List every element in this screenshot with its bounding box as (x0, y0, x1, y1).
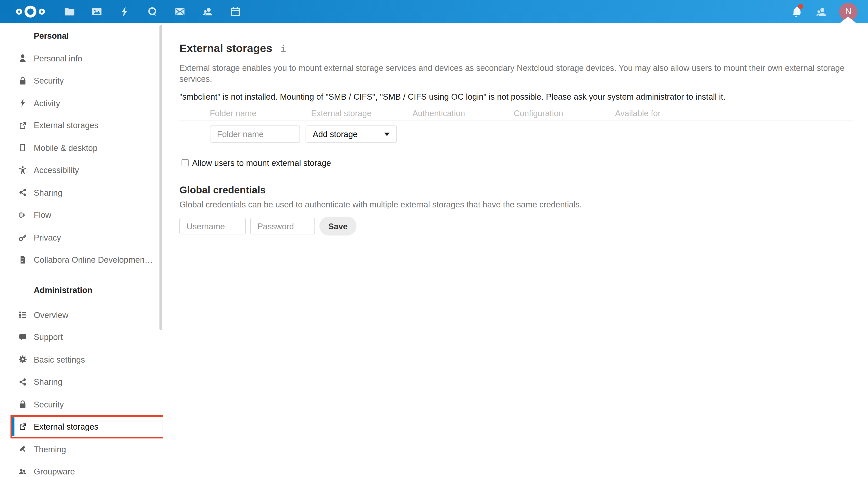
smbclient-warning-text: "smbclient" is not installed. Mounting o… (179, 91, 853, 102)
key-icon (19, 233, 27, 242)
column-external-storage: External storage (311, 108, 412, 117)
flow-icon (19, 210, 27, 219)
external-link-icon (19, 121, 27, 130)
intro-text: External storage enables you to mount ex… (179, 62, 853, 84)
folder-name-input[interactable] (210, 126, 300, 143)
lock-icon (19, 400, 27, 409)
share-icon (19, 188, 27, 197)
sidebar-item-mobile-desktop[interactable]: Mobile & desktop (0, 137, 163, 159)
contacts-menu-button[interactable] (814, 5, 828, 18)
user-icon (19, 54, 27, 63)
column-available-for: Available for (615, 108, 716, 117)
sidebar-item-security[interactable]: Security (0, 69, 163, 92)
sidebar-item-activity[interactable]: Activity (0, 92, 163, 114)
allow-user-mount-label: Allow users to mount external storage (192, 158, 331, 168)
settings-sidebar: Personal Personal info Security Activity… (0, 23, 163, 477)
top-bar: N (0, 0, 868, 23)
sidebar-item-overview[interactable]: Overview (0, 304, 163, 326)
column-folder-name: Folder name (210, 108, 311, 117)
sidebar-item-security-admin[interactable]: Security (0, 393, 163, 416)
avatar-letter: N (845, 7, 851, 16)
accessibility-icon (19, 166, 27, 175)
comment-icon (19, 333, 27, 342)
phone-icon (19, 143, 27, 152)
external-link-icon (19, 422, 27, 431)
sidebar-item-sharing[interactable]: Sharing (0, 181, 163, 204)
global-credentials-description: Global credentials can be used to authen… (179, 199, 853, 210)
talk-bubble-icon (147, 6, 158, 17)
sidebar-section-administration-header: Administration (0, 271, 163, 304)
page-title: External storages (179, 41, 272, 55)
add-storage-select-label: Add storage (313, 130, 358, 139)
password-field[interactable] (250, 218, 315, 234)
app-menu (55, 0, 249, 23)
sidebar-item-support[interactable]: Support (0, 326, 163, 348)
sidebar-item-accessibility[interactable]: Accessibility (0, 159, 163, 181)
save-button[interactable]: Save (319, 216, 356, 235)
storage-table-header: Folder name External storage Authenticat… (179, 109, 853, 121)
allow-user-mount-row: Allow users to mount external storage (179, 158, 853, 168)
app-mail[interactable] (166, 0, 194, 23)
notification-dot (798, 4, 803, 9)
files-folder-icon (64, 6, 75, 17)
app-root: N Personal Personal info Security Activi… (0, 0, 868, 477)
bolt-icon (19, 99, 27, 107)
sidebar-item-theming[interactable]: Theming (0, 438, 163, 460)
info-icon[interactable]: i (281, 43, 286, 54)
active-item-indicator (12, 417, 14, 436)
sidebar-item-privacy[interactable]: Privacy (0, 226, 163, 248)
add-storage-select[interactable]: Add storage (306, 126, 397, 143)
photos-icon (91, 6, 102, 17)
nextcloud-logo-icon (14, 4, 46, 19)
sidebar-item-personal-info[interactable]: Personal info (0, 47, 163, 69)
new-storage-row: Add storage (179, 121, 853, 143)
global-credentials-section: Global credentials Global credentials ca… (164, 184, 868, 235)
column-configuration: Configuration (514, 108, 615, 117)
people-icon (19, 467, 27, 476)
notifications-button[interactable] (789, 5, 803, 18)
lock-icon (19, 76, 27, 85)
app-activity[interactable] (111, 0, 138, 23)
allow-user-mount-checkbox[interactable] (182, 159, 189, 166)
contacts-people-icon (202, 6, 213, 17)
document-icon (19, 255, 27, 264)
sidebar-item-external-storages-admin[interactable]: External storages (0, 415, 163, 438)
contacts-menu-icon (815, 6, 827, 18)
global-credentials-title: Global credentials (179, 184, 853, 196)
main-content: External storages i External storage ena… (164, 23, 868, 477)
sidebar-section-personal-header: Personal (0, 23, 163, 47)
active-page-caret (840, 16, 856, 23)
sidebar-item-basic-settings[interactable]: Basic settings (0, 348, 163, 371)
sidebar-item-sharing-admin[interactable]: Sharing (0, 371, 163, 393)
calendar-icon (229, 6, 241, 17)
share-icon (19, 377, 27, 386)
app-photos[interactable] (83, 0, 111, 23)
app-contacts[interactable] (194, 0, 221, 23)
sidebar-item-groupware[interactable]: Groupware (0, 460, 163, 477)
app-talk[interactable] (138, 0, 166, 23)
section-divider (164, 180, 868, 180)
app-calendar[interactable] (221, 0, 249, 23)
nextcloud-logo[interactable] (14, 4, 46, 19)
chevron-down-icon (384, 133, 390, 136)
username-field[interactable] (179, 218, 246, 234)
gear-icon (19, 355, 27, 364)
sidebar-scrollbar[interactable] (159, 25, 162, 330)
column-authentication: Authentication (412, 108, 514, 117)
activity-bolt-icon (119, 6, 130, 17)
app-files[interactable] (55, 0, 83, 23)
mail-envelope-icon (174, 6, 185, 17)
paint-roller-icon (19, 445, 27, 453)
overview-list-icon (19, 310, 27, 319)
sidebar-item-flow[interactable]: Flow (0, 204, 163, 226)
sidebar-item-collabora[interactable]: Collabora Online Development Edit… (0, 248, 163, 271)
sidebar-item-external-storages[interactable]: External storages (0, 114, 163, 137)
global-credentials-form: Save (179, 216, 853, 235)
